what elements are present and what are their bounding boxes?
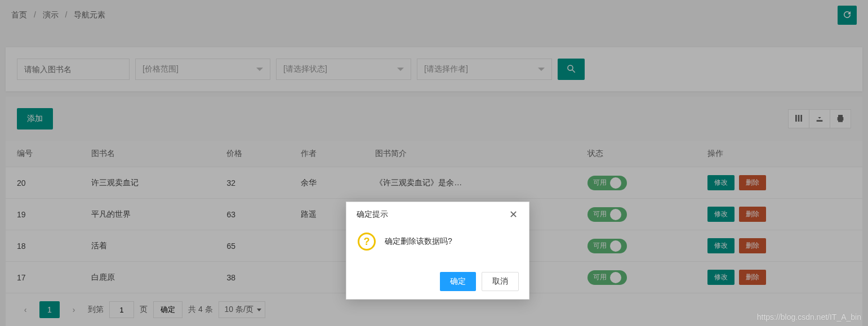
dialog-title: 确定提示 xyxy=(357,209,388,220)
dialog-footer: 确定 取消 xyxy=(346,264,529,299)
question-icon: ? xyxy=(358,233,376,251)
confirm-dialog: 确定提示 ✕ ? 确定删除该数据吗? 确定 取消 xyxy=(346,202,529,300)
dialog-header: 确定提示 ✕ xyxy=(346,202,529,227)
confirm-button[interactable]: 确定 xyxy=(440,272,476,291)
cancel-button[interactable]: 取消 xyxy=(482,272,519,291)
watermark: https://blog.csdn.net/IT_A_bin xyxy=(757,312,861,321)
dialog-message: 确定删除该数据吗? xyxy=(385,236,452,247)
dialog-body: ? 确定删除该数据吗? xyxy=(346,227,529,264)
close-button[interactable]: ✕ xyxy=(508,209,519,220)
close-icon: ✕ xyxy=(509,208,518,221)
